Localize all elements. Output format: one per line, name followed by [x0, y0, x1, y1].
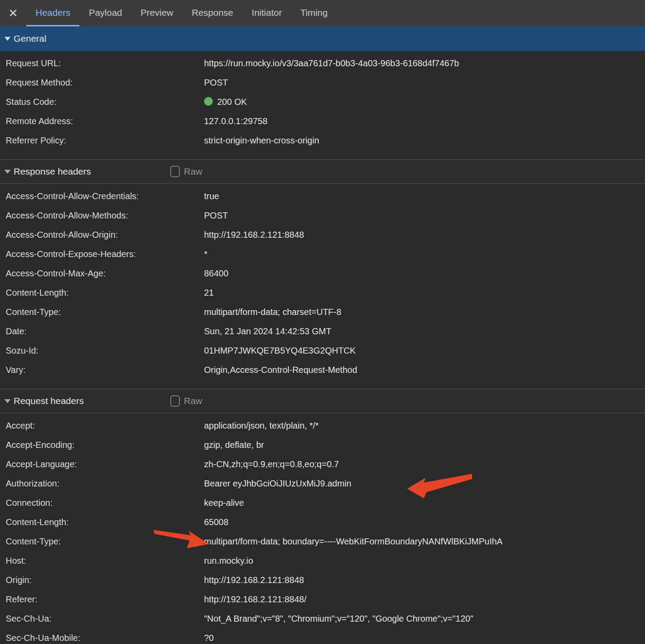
- header-row: Date:Sun, 21 Jan 2024 14:42:53 GMT: [0, 322, 645, 341]
- header-name: Access-Control-Allow-Origin:: [0, 225, 204, 244]
- header-name: Request Method:: [0, 73, 204, 92]
- header-name: Date:: [0, 322, 204, 341]
- tab-list: HeadersPayloadPreviewResponseInitiatorTi…: [26, 0, 337, 26]
- header-row: Request URL:https://run.mocky.io/v3/3aa7…: [0, 54, 645, 73]
- raw-checkbox[interactable]: [170, 395, 180, 407]
- header-value: 65008: [204, 512, 645, 532]
- raw-toggle[interactable]: Raw: [170, 166, 202, 177]
- section-title[interactable]: Request headers: [14, 396, 84, 406]
- header-value: "Not_A Brand";v="8", "Chromium";v="120",…: [204, 609, 645, 628]
- tab-initiator[interactable]: Initiator: [243, 0, 291, 26]
- raw-checkbox-label[interactable]: Raw: [184, 396, 202, 406]
- headers-sections: GeneralRequest URL:https://run.mocky.io/…: [0, 26, 645, 644]
- header-value: POST: [204, 73, 645, 92]
- header-row: Sec-Ch-Ua-Mobile:?0: [0, 628, 645, 644]
- header-row: Remote Address:127.0.0.1:29758: [0, 111, 645, 131]
- header-name: Content-Length:: [0, 283, 204, 302]
- section-title[interactable]: General: [14, 33, 47, 44]
- raw-toggle[interactable]: Raw: [170, 395, 202, 407]
- section-header-response-headers: Response headersRaw: [0, 159, 645, 184]
- header-row: Access-Control-Max-Age:86400: [0, 264, 645, 283]
- header-name: Sozu-Id:: [0, 341, 204, 360]
- header-value: zh-CN,zh;q=0.9,en;q=0.8,eo;q=0.7: [204, 454, 645, 474]
- tab-payload[interactable]: Payload: [79, 0, 131, 26]
- header-value: http://192.168.2.121:8848: [204, 225, 645, 244]
- header-value: POST: [204, 206, 645, 225]
- disclosure-triangle-icon[interactable]: [4, 37, 11, 41]
- header-row: Referer:http://192.168.2.121:8848/: [0, 590, 645, 609]
- header-row: Content-Type:multipart/form-data; bounda…: [0, 532, 645, 551]
- header-row: Host:run.mocky.io: [0, 551, 645, 570]
- tab-bar: ✕ HeadersPayloadPreviewResponseInitiator…: [0, 0, 645, 26]
- close-icon[interactable]: ✕: [0, 0, 26, 26]
- header-value: strict-origin-when-cross-origin: [204, 131, 645, 150]
- header-value: ?0: [204, 628, 645, 644]
- header-value: Bearer eyJhbGciOiJIUzUxMiJ9.admin: [204, 474, 645, 493]
- header-row: Content-Length:65008: [0, 512, 645, 532]
- header-name: Remote Address:: [0, 111, 204, 131]
- header-name: Access-Control-Max-Age:: [0, 264, 204, 283]
- header-row: Sec-Ch-Ua:"Not_A Brand";v="8", "Chromium…: [0, 609, 645, 628]
- header-value: run.mocky.io: [204, 551, 645, 570]
- header-value: keep-alive: [204, 493, 645, 512]
- header-rows: Request URL:https://run.mocky.io/v3/3aa7…: [0, 51, 645, 159]
- header-value: *: [204, 244, 645, 264]
- raw-checkbox[interactable]: [170, 166, 180, 177]
- header-value: 21: [204, 283, 645, 302]
- header-row: Authorization:Bearer eyJhbGciOiJIUzUxMiJ…: [0, 474, 645, 493]
- header-row: Status Code:200 OK: [0, 92, 645, 111]
- header-name: Accept-Encoding:: [0, 435, 204, 454]
- header-value: gzip, deflate, br: [204, 435, 645, 454]
- header-row: Access-Control-Allow-Credentials:true: [0, 186, 645, 206]
- header-row: Accept-Language:zh-CN,zh;q=0.9,en;q=0.8,…: [0, 454, 645, 474]
- header-row: Content-Length:21: [0, 283, 645, 302]
- header-row: Access-Control-Allow-Origin:http://192.1…: [0, 225, 645, 244]
- header-name: Authorization:: [0, 474, 204, 493]
- header-value: multipart/form-data; boundary=----WebKit…: [204, 532, 645, 551]
- header-name: Access-Control-Expose-Headers:: [0, 244, 204, 264]
- header-rows: Access-Control-Allow-Credentials:trueAcc…: [0, 184, 645, 389]
- disclosure-triangle-icon[interactable]: [4, 170, 11, 174]
- header-name: Sec-Ch-Ua:: [0, 609, 204, 628]
- header-value: Sun, 21 Jan 2024 14:42:53 GMT: [204, 322, 645, 341]
- header-name: Content-Type:: [0, 302, 204, 322]
- tab-headers[interactable]: Headers: [26, 0, 79, 26]
- section-header-request-headers: Request headersRaw: [0, 389, 645, 413]
- header-value: https://run.mocky.io/v3/3aa761d7-b0b3-4a…: [204, 54, 645, 73]
- header-value: http://192.168.2.121:8848/: [204, 590, 645, 609]
- devtools-network-detail-panel: ✕ HeadersPayloadPreviewResponseInitiator…: [0, 0, 645, 644]
- header-name: Accept-Language:: [0, 454, 204, 474]
- header-row: Origin:http://192.168.2.121:8848: [0, 570, 645, 590]
- header-row: Content-Type:multipart/form-data; charse…: [0, 302, 645, 322]
- tab-preview[interactable]: Preview: [131, 0, 183, 26]
- header-rows: Accept:application/json, text/plain, */*…: [0, 413, 645, 644]
- header-name: Content-Length:: [0, 512, 204, 532]
- header-name: Accept:: [0, 416, 204, 435]
- header-name: Referer:: [0, 590, 204, 609]
- header-name: Access-Control-Allow-Methods:: [0, 206, 204, 225]
- header-value: multipart/form-data; charset=UTF-8: [204, 302, 645, 322]
- header-value: 86400: [204, 264, 645, 283]
- header-value: http://192.168.2.121:8848: [204, 570, 645, 590]
- disclosure-triangle-icon[interactable]: [4, 399, 11, 403]
- header-name: Content-Type:: [0, 532, 204, 551]
- header-row: Accept:application/json, text/plain, */*: [0, 416, 645, 435]
- header-row: Referrer Policy:strict-origin-when-cross…: [0, 131, 645, 150]
- header-row: Connection:keep-alive: [0, 493, 645, 512]
- raw-checkbox-label[interactable]: Raw: [184, 166, 202, 177]
- tab-timing[interactable]: Timing: [291, 0, 337, 26]
- header-name: Connection:: [0, 493, 204, 512]
- tab-response[interactable]: Response: [183, 0, 243, 26]
- status-ok-dot-icon: [204, 97, 213, 106]
- header-row: Accept-Encoding:gzip, deflate, br: [0, 435, 645, 454]
- header-value: Origin,Access-Control-Request-Method: [204, 360, 645, 379]
- header-name: Host:: [0, 551, 204, 570]
- header-row: Vary:Origin,Access-Control-Request-Metho…: [0, 360, 645, 379]
- section-title[interactable]: Response headers: [14, 166, 91, 177]
- header-name: Origin:: [0, 570, 204, 590]
- header-row: Access-Control-Expose-Headers:*: [0, 244, 645, 264]
- header-value: application/json, text/plain, */*: [204, 416, 645, 435]
- header-row: Request Method:POST: [0, 73, 645, 92]
- header-row: Access-Control-Allow-Methods:POST: [0, 206, 645, 225]
- header-value: 200 OK: [204, 92, 645, 111]
